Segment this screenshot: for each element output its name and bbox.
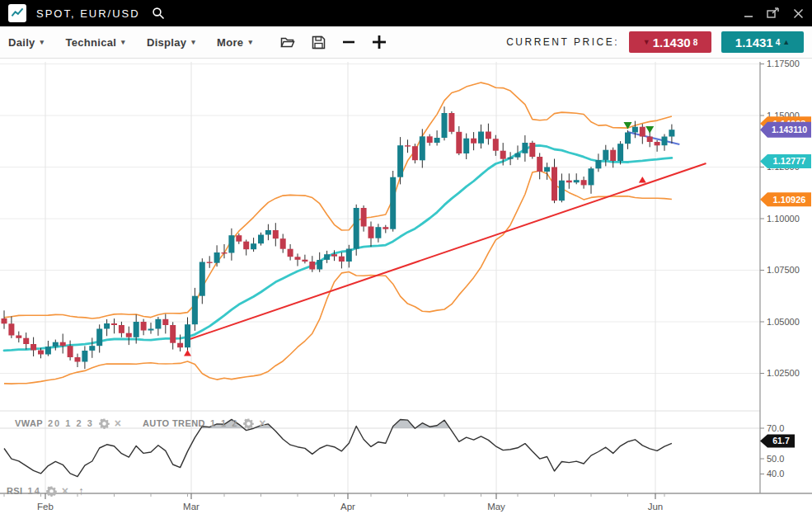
vwap-indicator-label: VWAP bbox=[15, 418, 43, 428]
chart-background bbox=[0, 59, 812, 514]
toolbar-icons bbox=[280, 35, 387, 50]
title-bar: SPOT, EUR/USD bbox=[0, 0, 812, 26]
rsi-indicator-label: RSI bbox=[7, 486, 23, 496]
rsi-settings-gear-icon[interactable] bbox=[46, 486, 57, 497]
ask-price-fraction: 4 bbox=[776, 38, 781, 47]
price-axis-tick-label: 1.10000 bbox=[767, 214, 800, 224]
chevron-down-icon: ▾ bbox=[248, 38, 252, 46]
rsi-expand-arrow-icon[interactable]: ↑ bbox=[78, 484, 84, 497]
save-icon[interactable] bbox=[312, 35, 326, 50]
menu-technical[interactable]: Technical ▾ bbox=[65, 36, 125, 49]
month-axis-label: May bbox=[487, 502, 505, 512]
zoom-in-icon[interactable] bbox=[372, 35, 387, 50]
arrow-down-icon: ▼ bbox=[643, 39, 650, 46]
month-axis-label: Feb bbox=[37, 502, 54, 512]
svg-text:1.143110: 1.143110 bbox=[772, 125, 807, 134]
axis-badge-1_10926: 1.10926 bbox=[760, 192, 811, 206]
month-axis-label: Apr bbox=[340, 502, 355, 512]
autotrend-indicator-params: 1 1 2 bbox=[210, 418, 238, 428]
menu-more[interactable]: More ▾ bbox=[217, 36, 252, 49]
autotrend-remove-icon[interactable]: × bbox=[259, 417, 265, 429]
search-icon[interactable] bbox=[152, 7, 165, 20]
vwap-indicator-params: 20 1 2 3 bbox=[48, 418, 94, 428]
svg-text:1.12777: 1.12777 bbox=[773, 156, 806, 166]
minimize-icon[interactable] bbox=[744, 4, 753, 22]
month-axis-label: Jun bbox=[648, 502, 664, 512]
chevron-down-icon: ▾ bbox=[191, 38, 195, 46]
menu-more-label: More bbox=[217, 36, 243, 49]
current-price-label: CURRENT PRICE: bbox=[506, 36, 619, 48]
axis-badge-1_143110: 1.143110 bbox=[760, 122, 811, 138]
chevron-down-icon: ▾ bbox=[121, 38, 125, 46]
menu-technical-label: Technical bbox=[65, 36, 116, 49]
indicator-labels-row: VWAP 20 1 2 3 × AUTO TREND 1 1 2 × bbox=[15, 417, 266, 429]
chevron-down-icon: ▾ bbox=[40, 38, 45, 46]
price-axis-tick-label: 1.07500 bbox=[767, 265, 800, 275]
menu-display[interactable]: Display ▾ bbox=[147, 36, 195, 49]
bid-price-fraction: 8 bbox=[693, 38, 698, 47]
rsi-axis-tick-label: 40.0 bbox=[767, 469, 784, 479]
bid-price-value: 1.1430 bbox=[653, 35, 691, 50]
price-chart-canvas[interactable]: 1.175001.150001.125001.100001.075001.050… bbox=[0, 59, 812, 514]
price-axis-tick-label: 1.02500 bbox=[767, 368, 800, 378]
arrow-up-icon: ▲ bbox=[782, 39, 790, 46]
rsi-remove-icon[interactable]: × bbox=[62, 485, 68, 497]
current-price-zone: CURRENT PRICE: ▼ 1.14308 1.14314 ▲ bbox=[506, 31, 804, 53]
rsi-indicator-params: 14 bbox=[28, 486, 41, 496]
menu-daily[interactable]: Daily ▾ bbox=[8, 36, 44, 49]
svg-text:1.10926: 1.10926 bbox=[773, 195, 806, 205]
price-axis-tick-label: 1.17500 bbox=[767, 59, 800, 68]
svg-text:61.7: 61.7 bbox=[772, 436, 790, 446]
zoom-out-icon[interactable] bbox=[342, 35, 355, 49]
autotrend-indicator-label: AUTO TREND bbox=[143, 418, 205, 428]
close-icon[interactable] bbox=[793, 4, 804, 22]
app-logo-icon bbox=[8, 4, 26, 22]
chart-application-window: SPOT, EUR/USD bbox=[0, 0, 812, 514]
axis-badge-1_12777: 1.12777 bbox=[760, 154, 811, 168]
rsi-label-row: RSI 14 × ↑ bbox=[7, 484, 84, 497]
popout-icon[interactable] bbox=[767, 4, 780, 22]
menu-daily-label: Daily bbox=[8, 36, 35, 49]
window-title: SPOT, EUR/USD bbox=[36, 7, 140, 20]
toolbar: Daily ▾ Technical ▾ Display ▾ More ▾ bbox=[0, 26, 812, 59]
bid-price-badge: ▼ 1.14308 bbox=[629, 31, 711, 53]
rsi-axis-tick-label: 50.0 bbox=[767, 454, 784, 464]
ask-price-badge: 1.14314 ▲ bbox=[721, 31, 804, 53]
vwap-settings-gear-icon[interactable] bbox=[99, 418, 110, 429]
window-controls bbox=[744, 4, 804, 22]
month-axis-label: Mar bbox=[183, 502, 199, 512]
price-axis-tick-label: 1.05000 bbox=[767, 317, 800, 327]
vwap-remove-icon[interactable]: × bbox=[115, 417, 121, 429]
open-folder-icon[interactable] bbox=[280, 35, 295, 49]
rsi-axis-tick-label: 70.0 bbox=[767, 423, 784, 433]
ask-price-value: 1.1431 bbox=[735, 35, 773, 50]
menu-display-label: Display bbox=[147, 36, 186, 49]
autotrend-settings-gear-icon[interactable] bbox=[243, 418, 254, 429]
chart-area: 1.175001.150001.125001.100001.075001.050… bbox=[0, 59, 812, 514]
